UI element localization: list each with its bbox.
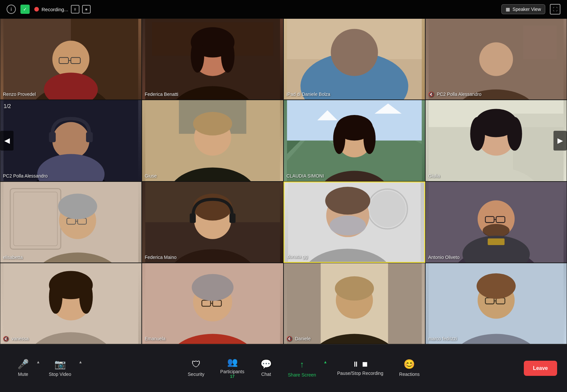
video-caret[interactable]: ▲: [78, 360, 84, 377]
recording-badge: Recording... ⏸ ■: [34, 5, 91, 14]
reactions-button[interactable]: 😊 Reactions: [392, 356, 427, 380]
participants-label: Participants 17: [220, 369, 244, 379]
recording-dot: [34, 7, 39, 12]
stop-video-button[interactable]: 📷 Stop Video: [42, 356, 78, 380]
svg-point-46: [333, 124, 345, 154]
speaker-view-icon: ▦: [506, 7, 510, 12]
svg-point-28: [52, 122, 89, 159]
mute-caret[interactable]: ▲: [36, 360, 42, 377]
leave-button-container: Leave: [524, 361, 557, 376]
svg-point-16: [221, 39, 235, 72]
share-screen-icon: ↑: [300, 359, 304, 370]
video-icon: 📷: [54, 360, 66, 369]
top-bar: i ✓ Recording... ⏸ ■ ▦ Speaker View ⛶: [0, 0, 567, 18]
speaker-view-label: Speaker View: [513, 7, 541, 12]
video-cell-marco[interactable]: marco fedrizzi: [425, 263, 567, 344]
stop-recording-btn[interactable]: ■: [82, 5, 91, 14]
fullscreen-button[interactable]: ⛶: [550, 4, 560, 14]
svg-point-15: [191, 39, 204, 72]
share-screen-label: Share Screen: [288, 372, 316, 378]
svg-point-55: [507, 117, 522, 151]
participant-name-giulia: Giulia: [428, 173, 440, 179]
video-cell-emanuela[interactable]: Emanuela: [142, 263, 284, 344]
pause-stop-label: Pause/Stop Recording: [337, 371, 383, 376]
svg-point-47: [364, 124, 376, 154]
participants-button[interactable]: 👥 Participants 17: [213, 354, 252, 382]
participant-name-marco: marco fedrizzi: [428, 336, 457, 341]
svg-point-80: [325, 187, 371, 214]
reactions-icon: 😊: [403, 360, 415, 369]
video-cell-donata[interactable]: donata gg: [284, 182, 425, 263]
nav-arrow-right[interactable]: ▶: [553, 131, 567, 151]
center-controls: 🛡 Security 👥 Participants 17 💬 Chat ↑ Sh…: [181, 354, 427, 382]
video-cell-giulia[interactable]: Giulia ▶: [425, 100, 567, 181]
svg-rect-29: [49, 132, 56, 142]
page-indicator-left: 1/2: [4, 103, 11, 109]
svg-point-105: [192, 274, 234, 301]
video-grid: Renzo Provedel Federica Benatti: [0, 18, 567, 344]
fullscreen-icon: ⛶: [553, 7, 557, 12]
svg-point-20: [331, 29, 378, 76]
share-screen-button[interactable]: ↑ Share Screen: [281, 356, 323, 381]
video-cell-giuse[interactable]: Giuse: [142, 100, 284, 181]
video-cell-federica-b[interactable]: Federica Benatti: [142, 18, 284, 100]
leave-button[interactable]: Leave: [524, 361, 557, 376]
svg-rect-30: [86, 132, 93, 142]
participant-name-pc2: 🔇 PC2 Polla Alessandro: [428, 92, 481, 97]
video-cell-federica-m[interactable]: Federica Maino: [142, 182, 284, 263]
video-cell-ipad[interactable]: iPad di Daniele Bolza: [284, 18, 425, 100]
participant-name-federica-b: Federica Benatti: [145, 92, 178, 97]
share-screen-caret[interactable]: ▲: [323, 360, 329, 377]
security-shield-icon: ✓: [20, 5, 30, 14]
participant-name-claudia: CLAUDIA SIMONI: [286, 173, 324, 179]
video-cell-pc2[interactable]: 🔇 PC2 Polla Alessandro: [425, 18, 567, 100]
participant-name-federica-m: Federica Maino: [145, 255, 177, 260]
svg-point-97: [79, 280, 93, 314]
stop-video-label: Stop Video: [49, 372, 71, 377]
mute-icon: 🎤: [17, 360, 29, 369]
info-icon[interactable]: i: [7, 5, 16, 14]
pause-stop-recording-button[interactable]: ⏸ ⏹ Pause/Stop Recording: [330, 357, 391, 379]
video-cell-claudia[interactable]: CLAUDIA SIMONI: [284, 100, 425, 181]
participant-name-daniele: 🔇 Daniele: [286, 336, 311, 341]
svg-point-110: [335, 276, 374, 301]
svg-point-65: [58, 193, 97, 219]
nav-arrow-left[interactable]: ◀: [0, 131, 14, 151]
svg-point-79: [330, 215, 366, 235]
svg-point-118: [477, 273, 516, 299]
pause-stop-icon: ⏸ ⏹: [352, 361, 369, 368]
participants-count: 17: [220, 374, 244, 379]
reactions-label: Reactions: [399, 372, 420, 377]
participants-icon: 👥: [227, 358, 238, 366]
recording-controls: ⏸ ■: [71, 5, 91, 14]
svg-point-25: [479, 42, 513, 76]
recording-text: Recording...: [42, 7, 68, 12]
info-icon-label: i: [11, 7, 12, 12]
mute-button[interactable]: 🎤 Mute: [10, 356, 36, 380]
svg-point-96: [49, 280, 63, 314]
svg-rect-72: [229, 213, 235, 223]
video-cell-daniele[interactable]: 🔇 Daniele: [284, 263, 425, 344]
video-cell-pc2-row2[interactable]: PC2 Polla Alessandro 1/2 ◀: [0, 100, 142, 181]
security-button[interactable]: 🛡 Security: [181, 356, 212, 380]
speaker-view-button[interactable]: ▦ Speaker View: [501, 4, 545, 14]
svg-point-88: [483, 224, 510, 237]
participant-name-giuse: Giuse: [145, 173, 157, 179]
video-cell-antonio[interactable]: Antonio Oliveto: [425, 182, 567, 263]
svg-point-54: [470, 117, 485, 151]
svg-point-70: [193, 193, 232, 220]
participant-name-ipad: iPad di Daniele Bolza: [286, 92, 330, 97]
pause-recording-btn[interactable]: ⏸: [71, 5, 79, 14]
participant-name-elisabetta: elisabetta: [3, 255, 23, 260]
svg-point-76: [369, 191, 406, 227]
bottom-toolbar: 🎤 Mute ▲ 📷 Stop Video ▲ 🛡 Security 👥 Par…: [0, 344, 567, 392]
video-cell-renzo[interactable]: Renzo Provedel: [0, 18, 142, 100]
participant-name-emanuela: Emanuela: [145, 336, 165, 341]
video-cell-elisabetta[interactable]: elisabetta: [0, 182, 142, 263]
svg-point-36: [193, 112, 232, 136]
participant-name-pc2-row2: PC2 Polla Alessandro: [3, 173, 47, 179]
video-cell-vanessa[interactable]: 🔇 vanessa: [0, 263, 142, 344]
security-icon: 🛡: [192, 360, 201, 369]
chat-button[interactable]: 💬 Chat: [253, 356, 279, 380]
chat-label: Chat: [261, 372, 271, 377]
